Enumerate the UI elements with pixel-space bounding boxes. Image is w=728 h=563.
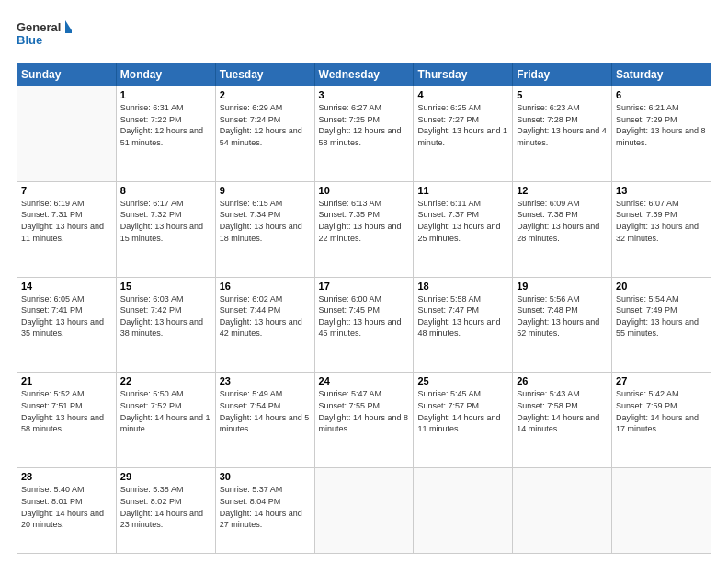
day-info: Sunrise: 5:37 AM Sunset: 8:04 PM Dayligh… — [220, 484, 311, 530]
day-info: Sunrise: 5:52 AM Sunset: 7:51 PM Dayligh… — [21, 388, 112, 434]
day-number: 10 — [319, 185, 410, 196]
calendar-cell: 26Sunrise: 5:43 AM Sunset: 7:58 PM Dayli… — [513, 373, 612, 468]
day-number: 7 — [21, 185, 112, 196]
calendar-cell: 24Sunrise: 5:47 AM Sunset: 7:55 PM Dayli… — [314, 373, 414, 468]
day-info: Sunrise: 5:40 AM Sunset: 8:01 PM Dayligh… — [21, 484, 112, 530]
day-number: 28 — [21, 471, 112, 482]
day-info: Sunrise: 5:47 AM Sunset: 7:55 PM Dayligh… — [319, 388, 410, 434]
page-header: General Blue — [17, 17, 711, 53]
calendar-cell: 5Sunrise: 6:23 AM Sunset: 7:28 PM Daylig… — [513, 86, 612, 182]
day-info: Sunrise: 5:38 AM Sunset: 8:02 PM Dayligh… — [120, 484, 211, 530]
day-info: Sunrise: 6:17 AM Sunset: 7:32 PM Dayligh… — [120, 198, 211, 244]
day-number: 4 — [417, 89, 508, 100]
day-number: 1 — [120, 89, 211, 100]
weekday-header-friday: Friday — [513, 63, 612, 86]
calendar-cell — [17, 86, 117, 182]
svg-text:Blue: Blue — [17, 33, 42, 47]
day-number: 12 — [517, 185, 608, 196]
day-info: Sunrise: 6:19 AM Sunset: 7:31 PM Dayligh… — [21, 198, 112, 244]
day-info: Sunrise: 6:13 AM Sunset: 7:35 PM Dayligh… — [319, 198, 410, 244]
day-info: Sunrise: 6:15 AM Sunset: 7:34 PM Dayligh… — [220, 198, 311, 244]
calendar-cell: 16Sunrise: 6:02 AM Sunset: 7:44 PM Dayli… — [215, 277, 314, 373]
day-number: 8 — [120, 185, 211, 196]
calendar-cell: 13Sunrise: 6:07 AM Sunset: 7:39 PM Dayli… — [612, 181, 711, 277]
day-info: Sunrise: 5:54 AM Sunset: 7:49 PM Dayligh… — [616, 293, 707, 339]
calendar-cell: 15Sunrise: 6:03 AM Sunset: 7:42 PM Dayli… — [116, 277, 215, 373]
calendar-cell: 28Sunrise: 5:40 AM Sunset: 8:01 PM Dayli… — [17, 468, 117, 554]
day-number: 16 — [220, 281, 311, 292]
day-number: 17 — [319, 281, 410, 292]
day-number: 20 — [616, 281, 707, 292]
day-number: 5 — [517, 89, 608, 100]
calendar-cell: 14Sunrise: 6:05 AM Sunset: 7:41 PM Dayli… — [17, 277, 117, 373]
day-info: Sunrise: 6:07 AM Sunset: 7:39 PM Dayligh… — [616, 198, 707, 244]
weekday-header-row: SundayMondayTuesdayWednesdayThursdayFrid… — [17, 63, 711, 86]
day-number: 3 — [319, 89, 410, 100]
calendar-cell: 21Sunrise: 5:52 AM Sunset: 7:51 PM Dayli… — [17, 373, 117, 468]
day-number: 26 — [517, 375, 608, 386]
day-number: 27 — [616, 375, 707, 386]
day-number: 15 — [120, 281, 211, 292]
day-number: 24 — [319, 375, 410, 386]
day-info: Sunrise: 5:45 AM Sunset: 7:57 PM Dayligh… — [417, 388, 508, 434]
calendar-cell — [612, 468, 711, 554]
svg-text:General: General — [17, 20, 61, 34]
calendar-cell: 9Sunrise: 6:15 AM Sunset: 7:34 PM Daylig… — [215, 181, 314, 277]
day-info: Sunrise: 6:27 AM Sunset: 7:25 PM Dayligh… — [319, 102, 410, 148]
calendar-cell: 22Sunrise: 5:50 AM Sunset: 7:52 PM Dayli… — [116, 373, 215, 468]
calendar-cell: 8Sunrise: 6:17 AM Sunset: 7:32 PM Daylig… — [116, 181, 215, 277]
calendar-cell: 27Sunrise: 5:42 AM Sunset: 7:59 PM Dayli… — [612, 373, 711, 468]
calendar-cell — [414, 468, 513, 554]
weekday-header-monday: Monday — [116, 63, 215, 86]
day-info: Sunrise: 6:31 AM Sunset: 7:22 PM Dayligh… — [120, 102, 211, 148]
calendar-table: SundayMondayTuesdayWednesdayThursdayFrid… — [17, 63, 711, 554]
day-info: Sunrise: 5:56 AM Sunset: 7:48 PM Dayligh… — [517, 293, 608, 339]
logo-svg: General Blue — [17, 17, 72, 53]
calendar-week-row: 14Sunrise: 6:05 AM Sunset: 7:41 PM Dayli… — [17, 277, 711, 373]
calendar-cell: 6Sunrise: 6:21 AM Sunset: 7:29 PM Daylig… — [612, 86, 711, 182]
calendar-cell: 20Sunrise: 5:54 AM Sunset: 7:49 PM Dayli… — [612, 277, 711, 373]
day-info: Sunrise: 6:00 AM Sunset: 7:45 PM Dayligh… — [319, 293, 410, 339]
calendar-cell: 3Sunrise: 6:27 AM Sunset: 7:25 PM Daylig… — [314, 86, 414, 182]
calendar-cell — [314, 468, 414, 554]
weekday-header-thursday: Thursday — [414, 63, 513, 86]
calendar-cell — [513, 468, 612, 554]
day-number: 23 — [220, 375, 311, 386]
calendar-cell: 23Sunrise: 5:49 AM Sunset: 7:54 PM Dayli… — [215, 373, 314, 468]
calendar-cell: 4Sunrise: 6:25 AM Sunset: 7:27 PM Daylig… — [414, 86, 513, 182]
weekday-header-sunday: Sunday — [17, 63, 117, 86]
day-info: Sunrise: 5:42 AM Sunset: 7:59 PM Dayligh… — [616, 388, 707, 434]
calendar-week-row: 7Sunrise: 6:19 AM Sunset: 7:31 PM Daylig… — [17, 181, 711, 277]
calendar-cell: 29Sunrise: 5:38 AM Sunset: 8:02 PM Dayli… — [116, 468, 215, 554]
calendar-cell: 11Sunrise: 6:11 AM Sunset: 7:37 PM Dayli… — [414, 181, 513, 277]
day-number: 22 — [120, 375, 211, 386]
calendar-cell: 7Sunrise: 6:19 AM Sunset: 7:31 PM Daylig… — [17, 181, 117, 277]
calendar-week-row: 28Sunrise: 5:40 AM Sunset: 8:01 PM Dayli… — [17, 468, 711, 554]
calendar-cell: 30Sunrise: 5:37 AM Sunset: 8:04 PM Dayli… — [215, 468, 314, 554]
day-info: Sunrise: 5:49 AM Sunset: 7:54 PM Dayligh… — [220, 388, 311, 434]
day-number: 9 — [220, 185, 311, 196]
day-info: Sunrise: 6:03 AM Sunset: 7:42 PM Dayligh… — [120, 293, 211, 339]
day-number: 25 — [417, 375, 508, 386]
day-info: Sunrise: 6:23 AM Sunset: 7:28 PM Dayligh… — [517, 102, 608, 148]
calendar-cell: 25Sunrise: 5:45 AM Sunset: 7:57 PM Dayli… — [414, 373, 513, 468]
day-info: Sunrise: 6:25 AM Sunset: 7:27 PM Dayligh… — [417, 102, 508, 148]
calendar-week-row: 1Sunrise: 6:31 AM Sunset: 7:22 PM Daylig… — [17, 86, 711, 182]
day-info: Sunrise: 6:29 AM Sunset: 7:24 PM Dayligh… — [220, 102, 311, 148]
day-number: 2 — [220, 89, 311, 100]
weekday-header-saturday: Saturday — [612, 63, 711, 86]
calendar-week-row: 21Sunrise: 5:52 AM Sunset: 7:51 PM Dayli… — [17, 373, 711, 468]
calendar-cell: 19Sunrise: 5:56 AM Sunset: 7:48 PM Dayli… — [513, 277, 612, 373]
day-info: Sunrise: 6:05 AM Sunset: 7:41 PM Dayligh… — [21, 293, 112, 339]
calendar-cell: 2Sunrise: 6:29 AM Sunset: 7:24 PM Daylig… — [215, 86, 314, 182]
calendar-cell: 10Sunrise: 6:13 AM Sunset: 7:35 PM Dayli… — [314, 181, 414, 277]
day-number: 30 — [220, 471, 311, 482]
day-number: 11 — [417, 185, 508, 196]
day-info: Sunrise: 6:09 AM Sunset: 7:38 PM Dayligh… — [517, 198, 608, 244]
calendar-cell: 1Sunrise: 6:31 AM Sunset: 7:22 PM Daylig… — [116, 86, 215, 182]
day-number: 14 — [21, 281, 112, 292]
day-info: Sunrise: 6:11 AM Sunset: 7:37 PM Dayligh… — [417, 198, 508, 244]
day-number: 13 — [616, 185, 707, 196]
day-info: Sunrise: 6:02 AM Sunset: 7:44 PM Dayligh… — [220, 293, 311, 339]
calendar-cell: 12Sunrise: 6:09 AM Sunset: 7:38 PM Dayli… — [513, 181, 612, 277]
